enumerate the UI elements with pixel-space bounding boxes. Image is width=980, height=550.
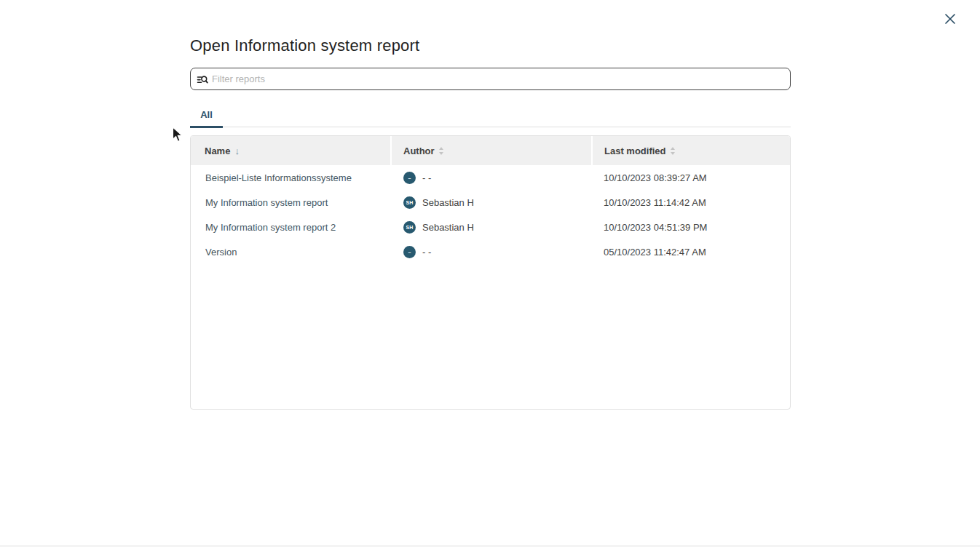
- column-label-last-modified: Last modified: [604, 146, 666, 156]
- author-name: Sebastian H: [422, 197, 474, 208]
- sort-toggle-icon: [439, 147, 443, 155]
- last-modified-value: 05/10/2023 11:42:47 AM: [604, 247, 706, 258]
- author-cell: SH Sebastian H: [391, 221, 591, 234]
- last-modified-cell: 10/10/2023 04:51:39 PM: [591, 222, 790, 233]
- author-name: Sebastian H: [422, 222, 474, 233]
- filter-reports-field[interactable]: [190, 68, 791, 90]
- sort-descending-icon: ↓: [234, 146, 240, 156]
- close-button[interactable]: [942, 11, 958, 27]
- table-row[interactable]: Version – - - 05/10/2023 11:42:47 AM: [191, 239, 790, 264]
- table-row[interactable]: My Information system report 2 SH Sebast…: [191, 215, 790, 239]
- last-modified-value: 10/10/2023 04:51:39 PM: [604, 222, 707, 233]
- last-modified-cell: 05/10/2023 11:42:47 AM: [591, 247, 790, 258]
- report-name-link[interactable]: My Information system report 2: [205, 222, 336, 233]
- name-cell: Version: [191, 247, 391, 258]
- column-header-last-modified[interactable]: Last modified: [593, 136, 790, 165]
- report-name-link[interactable]: Version: [205, 247, 237, 258]
- table-header: Name ↓ Author Last modified: [191, 136, 790, 165]
- last-modified-cell: 10/10/2023 11:14:42 AM: [591, 197, 790, 208]
- column-label-name: Name: [205, 146, 230, 156]
- table-row[interactable]: My Information system report SH Sebastia…: [191, 190, 790, 215]
- name-cell: My Information system report 2: [191, 222, 391, 233]
- active-tab-indicator: [190, 126, 223, 128]
- page-bottom-divider: [0, 546, 980, 546]
- column-label-author: Author: [403, 146, 435, 156]
- filter-search-icon: [197, 73, 208, 85]
- tab-all[interactable]: All: [190, 102, 223, 127]
- table-body: Beispiel-Liste Informationssysteme – - -…: [191, 165, 790, 264]
- last-modified-cell: 10/10/2023 08:39:27 AM: [591, 172, 790, 183]
- author-avatar: SH: [403, 221, 416, 234]
- author-cell: – - -: [391, 246, 591, 258]
- sort-toggle-icon: [671, 147, 675, 155]
- author-avatar: –: [403, 172, 416, 184]
- column-header-name[interactable]: Name ↓: [191, 136, 390, 165]
- tab-all-label: All: [200, 109, 213, 120]
- author-cell: SH Sebastian H: [391, 196, 591, 209]
- last-modified-value: 10/10/2023 11:14:42 AM: [604, 197, 706, 208]
- close-icon: [944, 12, 957, 25]
- author-name: - -: [422, 247, 431, 258]
- reports-table: Name ↓ Author Last modified Beispiel-Lis…: [190, 135, 791, 410]
- column-header-author[interactable]: Author: [392, 136, 591, 165]
- author-name: - -: [422, 172, 431, 183]
- report-name-link[interactable]: My Information system report: [205, 197, 328, 208]
- mouse-cursor-icon: [172, 127, 184, 146]
- name-cell: My Information system report: [191, 197, 391, 208]
- table-row[interactable]: Beispiel-Liste Informationssysteme – - -…: [191, 165, 790, 190]
- author-avatar: –: [403, 246, 416, 258]
- author-cell: – - -: [391, 172, 591, 184]
- dialog-title: Open Information system report: [190, 36, 419, 55]
- author-avatar: SH: [403, 196, 416, 209]
- last-modified-value: 10/10/2023 08:39:27 AM: [604, 172, 707, 183]
- name-cell: Beispiel-Liste Informationssysteme: [191, 172, 391, 183]
- report-name-link[interactable]: Beispiel-Liste Informationssysteme: [205, 172, 352, 183]
- filter-reports-input[interactable]: [212, 73, 783, 84]
- tab-bar: All: [190, 102, 791, 127]
